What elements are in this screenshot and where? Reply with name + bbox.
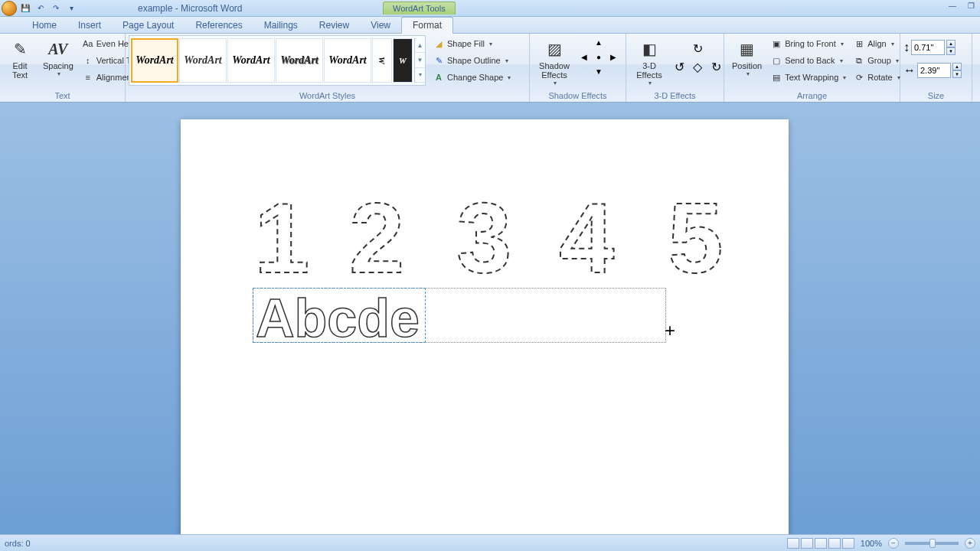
text-wrapping-button[interactable]: ▤Text Wrapping	[768, 69, 849, 86]
group-size-label: Size	[903, 90, 969, 102]
gallery-item-6[interactable]: W	[372, 38, 392, 83]
minimize-button[interactable]: —	[946, 2, 959, 12]
tilt-left-icon[interactable]: ↺	[671, 58, 688, 75]
gallery-down-icon[interactable]: ▼	[415, 53, 425, 67]
gallery-item-3[interactable]: WordArt	[227, 38, 275, 83]
group-wordart-styles: WordArt WordArt WordArt WordArt WordArt …	[126, 34, 530, 102]
num-2: 2	[349, 182, 404, 294]
fill-icon: ◢	[433, 38, 444, 49]
tilt-right-icon[interactable]: ↻	[707, 58, 724, 75]
document-area[interactable]: 1 2 3 4 5 Abcde +	[0, 103, 980, 534]
gallery-item-4[interactable]: WordArt	[276, 38, 323, 83]
nudge-right-icon[interactable]: ▶	[606, 53, 620, 67]
qat-dropdown-icon[interactable]: ▾	[64, 2, 78, 15]
quick-access-toolbar: 💾 ↶ ↷ ▾	[0, 1, 78, 16]
crosshair-cursor-icon: +	[665, 320, 675, 341]
status-bar: ords: 0 100% − +	[0, 534, 980, 551]
group-text: ✎ Edit Text AV Spacing AaEven Height ↕Ve…	[0, 34, 126, 102]
gallery-more-icon[interactable]: ▾	[415, 68, 425, 83]
view-full-screen[interactable]	[801, 538, 813, 549]
width-row: ↔ ▲▼	[903, 61, 962, 80]
gallery-up-icon[interactable]: ▲	[415, 38, 425, 53]
width-icon: ↔	[903, 64, 916, 77]
svg-text:Abcde: Abcde	[256, 289, 420, 348]
edit-text-icon: ✎	[8, 37, 32, 61]
wrap-icon: ▤	[771, 72, 782, 83]
position-button[interactable]: ▦ Position	[727, 35, 766, 79]
height-input[interactable]	[911, 40, 945, 55]
tab-view[interactable]: View	[360, 18, 401, 33]
width-up[interactable]: ▲	[952, 63, 962, 70]
height-down[interactable]: ▼	[946, 47, 956, 55]
send-to-back-button[interactable]: ▢Send to Back	[768, 52, 849, 69]
align-button[interactable]: ⊞Align	[851, 35, 903, 52]
window-controls: — ❐	[946, 2, 977, 12]
height-up[interactable]: ▲	[946, 40, 956, 47]
edit-text-label: Edit Text	[11, 61, 29, 80]
tab-page-layout[interactable]: Page Layout	[112, 18, 185, 33]
wordart-gallery: WordArt WordArt WordArt WordArt WordArt …	[129, 35, 426, 86]
spacing-button[interactable]: AV Spacing	[38, 35, 78, 79]
width-down[interactable]: ▼	[952, 70, 962, 78]
redo-icon[interactable]: ↷	[49, 2, 63, 15]
3d-tilt-grid: ↻ ↺◇↻	[671, 40, 724, 75]
group-3d: ◧ 3-D Effects ↻ ↺◇↻ 3-D Effects	[626, 34, 724, 102]
tab-insert[interactable]: Insert	[67, 18, 112, 33]
nudge-down-icon[interactable]: ▼	[592, 67, 606, 81]
office-button[interactable]	[2, 1, 17, 16]
tab-references[interactable]: References	[185, 18, 253, 33]
zoom-level[interactable]: 100%	[861, 539, 882, 548]
rotate-button[interactable]: ⟳Rotate	[851, 69, 903, 86]
alignment-icon: ≡	[83, 72, 93, 83]
group-button[interactable]: ⧉Group	[851, 52, 903, 69]
group-shadow: ▨ Shadow Effects ▲ ◀●▶ ▼ Shadow Effects	[530, 34, 626, 102]
shape-fill-button[interactable]: ◢Shape Fill	[430, 35, 514, 52]
shape-outline-button[interactable]: ✎Shape Outline	[430, 52, 514, 69]
width-input[interactable]	[917, 63, 951, 78]
zoom-thumb[interactable]	[929, 539, 936, 548]
3d-effects-button[interactable]: ◧ 3-D Effects	[629, 35, 669, 88]
group-3d-label: 3-D Effects	[629, 90, 720, 102]
change-shape-icon: A	[433, 72, 444, 83]
bring-to-front-button[interactable]: ▣Bring to Front	[768, 35, 849, 52]
view-print-layout[interactable]	[787, 538, 799, 549]
shadow-icon: ▨	[542, 37, 567, 61]
shadow-effects-button[interactable]: ▨ Shadow Effects	[533, 35, 576, 88]
gallery-item-1[interactable]: WordArt	[131, 38, 178, 83]
tab-home[interactable]: Home	[21, 18, 67, 33]
gallery-scroll: ▲ ▼ ▾	[414, 38, 425, 83]
view-web-layout[interactable]	[815, 538, 827, 549]
maximize-button[interactable]: ❐	[965, 2, 977, 12]
rotate-icon: ⟳	[854, 72, 864, 83]
even-height-icon: Aa	[83, 38, 93, 49]
edit-text-button[interactable]: ✎ Edit Text	[3, 35, 37, 81]
tilt-center-icon[interactable]: ◇	[689, 58, 706, 75]
nudge-center-icon[interactable]: ●	[592, 53, 606, 67]
change-shape-button[interactable]: AChange Shape	[430, 69, 514, 86]
save-icon[interactable]: 💾	[18, 2, 32, 15]
tilt-up-icon[interactable]: ↻	[689, 40, 706, 57]
group-arrange-label: Arrange	[727, 90, 897, 102]
nudge-left-icon[interactable]: ◀	[577, 53, 591, 67]
page: 1 2 3 4 5 Abcde +	[181, 119, 789, 534]
zoom-in-button[interactable]: +	[965, 538, 975, 549]
zoom-out-button[interactable]: −	[888, 538, 899, 549]
position-icon: ▦	[735, 37, 760, 61]
wordart-letters[interactable]: Abcde	[256, 289, 485, 350]
view-draft[interactable]	[842, 538, 854, 549]
view-outline[interactable]	[828, 538, 841, 549]
gallery-item-5[interactable]: WordArt	[324, 38, 371, 83]
num-1: 1	[254, 182, 309, 294]
ribbon: ✎ Edit Text AV Spacing AaEven Height ↕Ve…	[0, 34, 980, 103]
gallery-item-7[interactable]: W	[393, 38, 413, 83]
zoom-slider[interactable]	[905, 542, 959, 545]
gallery-item-2[interactable]: WordArt	[179, 38, 227, 83]
nudge-up-icon[interactable]: ▲	[592, 38, 606, 52]
undo-icon[interactable]: ↶	[34, 2, 47, 15]
group-shadow-label: Shadow Effects	[533, 90, 622, 102]
word-count[interactable]: ords: 0	[5, 539, 31, 548]
tab-review[interactable]: Review	[309, 18, 360, 33]
height-icon: ↕	[903, 41, 910, 54]
tab-format[interactable]: Format	[401, 17, 453, 34]
tab-mailings[interactable]: Mailings	[253, 18, 309, 33]
